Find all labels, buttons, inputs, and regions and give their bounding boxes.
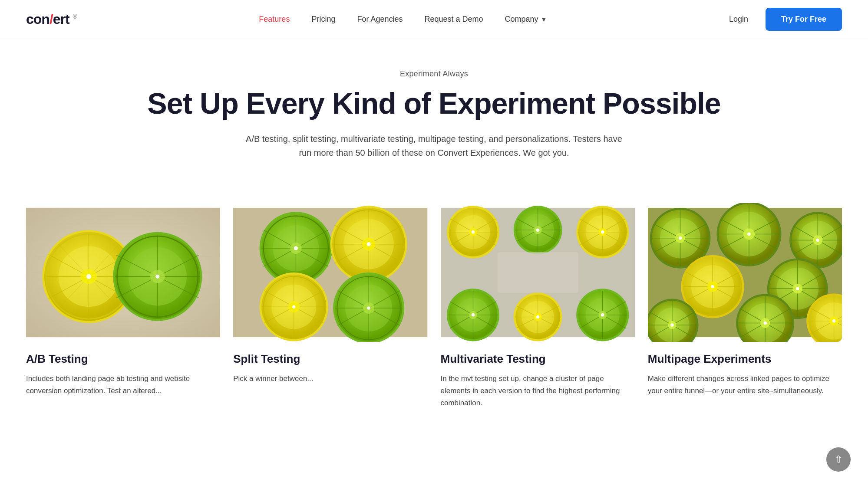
scroll-top-button[interactable]: ⇧ — [826, 447, 851, 472]
svg-point-164 — [711, 285, 714, 288]
nav-pricing[interactable]: Pricing — [311, 15, 335, 24]
svg-point-41 — [294, 246, 298, 250]
svg-point-126 — [601, 313, 604, 316]
card-multivariate-title: Multivariate Testing — [441, 352, 635, 366]
card-multipage-title: Multipage Experiments — [648, 352, 842, 366]
svg-point-20 — [86, 274, 91, 279]
card-multivariate-desc: In the mvt testing set up, change a clus… — [441, 373, 635, 409]
logo[interactable]: con/ert ® — [26, 11, 77, 27]
svg-point-108 — [471, 313, 474, 316]
site-header: con/ert ® Features Pricing For Agencies … — [0, 0, 868, 39]
card-multivariate-testing-image — [441, 203, 635, 342]
svg-point-155 — [816, 239, 819, 242]
nav-company[interactable]: Company ▼ — [505, 15, 547, 24]
card-ab-testing-desc: Includes both landing page ab testing an… — [26, 373, 220, 397]
nav-for-agencies[interactable]: For Agencies — [357, 15, 403, 24]
hero-title: Set Up Every Kind of Experiment Possible — [87, 87, 781, 120]
card-split-testing-title: Split Testing — [233, 352, 427, 366]
svg-point-117 — [536, 315, 539, 318]
card-split-testing-image — [233, 203, 427, 342]
svg-point-30 — [155, 274, 159, 278]
svg-point-137 — [679, 236, 682, 240]
svg-point-173 — [796, 287, 799, 290]
card-ab-testing-image — [26, 203, 220, 342]
svg-point-61 — [292, 305, 295, 308]
card-multipage-experiments-image — [648, 203, 842, 342]
experiment-cards: A/B Testing Includes both landing page a… — [0, 181, 868, 444]
svg-point-146 — [747, 233, 750, 236]
svg-point-99 — [601, 230, 604, 233]
try-free-button[interactable]: Try For Free — [766, 8, 842, 31]
chevron-down-icon: ▼ — [541, 16, 547, 23]
card-multipage-desc: Make different changes across linked pag… — [648, 373, 842, 397]
hero-section: Experiment Always Set Up Every Kind of E… — [0, 39, 868, 181]
nav-request-demo[interactable]: Request a Demo — [424, 15, 483, 24]
svg-point-191 — [763, 322, 766, 325]
svg-point-182 — [670, 323, 673, 326]
header-actions: Login Try For Free — [729, 8, 842, 31]
nav-features[interactable]: Features — [259, 15, 290, 24]
svg-point-51 — [367, 242, 371, 246]
svg-point-81 — [471, 230, 474, 233]
hero-description: A/B testing, split testing, multivariate… — [239, 132, 630, 160]
chevron-up-icon: ⇧ — [835, 454, 842, 465]
svg-point-200 — [832, 319, 835, 322]
main-nav: Features Pricing For Agencies Request a … — [259, 15, 547, 24]
hero-eyebrow: Experiment Always — [87, 69, 781, 79]
svg-point-71 — [367, 306, 370, 309]
card-ab-testing: A/B Testing Includes both landing page a… — [26, 203, 220, 409]
svg-rect-127 — [497, 252, 578, 292]
login-link[interactable]: Login — [729, 15, 748, 24]
svg-point-90 — [536, 228, 539, 231]
card-split-testing: Split Testing Pick a winner between... — [233, 203, 427, 409]
card-multivariate-testing: Multivariate Testing In the mvt testing … — [441, 203, 635, 409]
card-multipage-experiments: Multipage Experiments Make different cha… — [648, 203, 842, 409]
card-ab-testing-title: A/B Testing — [26, 352, 220, 366]
card-split-testing-desc: Pick a winner between... — [233, 373, 427, 385]
